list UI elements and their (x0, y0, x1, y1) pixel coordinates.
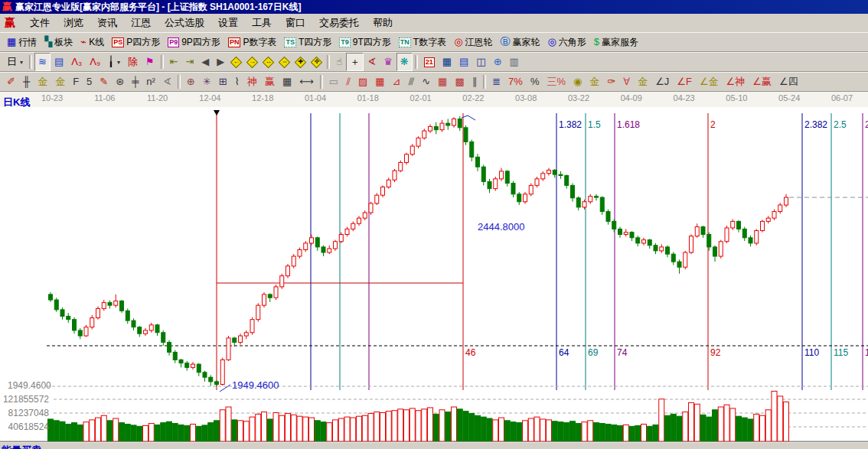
candle[interactable] (636, 238, 640, 243)
menu-item-4[interactable]: 公式选股 (158, 15, 211, 31)
volume-bar[interactable] (416, 411, 421, 441)
volume-bar[interactable] (226, 407, 231, 441)
chart-area[interactable]: 2444.8000 1949.4600 2030.1922 1949.4600 … (0, 107, 868, 441)
fan-box-tool-button[interactable]: ▦ (371, 73, 388, 91)
candle[interactable] (339, 235, 343, 242)
candle[interactable] (505, 171, 509, 184)
candle[interactable] (755, 231, 759, 243)
volume-bar[interactable] (77, 425, 83, 441)
volume-bar[interactable] (778, 396, 783, 441)
volume-bar[interactable] (689, 402, 694, 441)
candle[interactable] (785, 197, 788, 205)
volume-bar[interactable] (463, 412, 468, 441)
volume-bar[interactable] (178, 425, 184, 441)
angle-measure-button[interactable]: ∢ (364, 53, 380, 71)
calendar-button[interactable]: 21 (420, 53, 439, 71)
candle[interactable] (292, 256, 295, 266)
volume-bar[interactable] (647, 426, 652, 441)
av-lines-tool-button[interactable]: ∀ (619, 73, 634, 91)
volume-bar[interactable] (148, 424, 154, 441)
candle[interactable] (90, 318, 94, 327)
volume-bar[interactable] (599, 424, 605, 441)
h-expand-diamond-button[interactable]: ↔ (260, 53, 276, 71)
candle[interactable] (334, 242, 338, 249)
volume-bar[interactable] (220, 410, 225, 441)
volume-bar[interactable] (629, 426, 635, 441)
candle[interactable] (60, 310, 64, 317)
menu-item-2[interactable]: 资讯 (90, 15, 124, 31)
zoom-in-diamond-button[interactable]: ✜ (308, 53, 325, 71)
volume-bar[interactable] (452, 407, 457, 441)
volume-bar[interactable] (671, 414, 676, 441)
menu-item-0[interactable]: 文件 (23, 15, 57, 31)
volume-bar[interactable] (706, 417, 712, 441)
volume-bar[interactable] (250, 417, 255, 441)
candle[interactable] (582, 202, 586, 207)
volume-bar[interactable] (677, 416, 682, 441)
p-square-button[interactable]: PSP四方形 (108, 33, 164, 51)
god-angle-tool-button[interactable]: ∠神 (723, 73, 749, 91)
volume-bar[interactable] (90, 420, 95, 441)
volume-bar[interactable] (96, 418, 101, 441)
volume-bar[interactable] (338, 418, 344, 441)
candle[interactable] (737, 221, 741, 229)
candle[interactable] (600, 197, 604, 212)
volume-bar[interactable] (772, 391, 777, 441)
9p-square-button[interactable]: P99P四方形 (164, 33, 224, 51)
volume-bar[interactable] (641, 425, 647, 441)
candle[interactable] (589, 197, 592, 202)
candle[interactable] (49, 294, 53, 300)
volume-bar[interactable] (161, 423, 166, 441)
candle[interactable] (559, 174, 563, 175)
angle-fan-tool-button[interactable]: ⊿ (389, 73, 405, 91)
volume-bar[interactable] (392, 411, 397, 441)
volume-bar[interactable] (499, 418, 504, 441)
angle-a-tool-button[interactable]: ∢ (159, 73, 175, 91)
volume-bar[interactable] (172, 424, 178, 441)
volume-bar[interactable] (351, 418, 356, 441)
hand-drag-button[interactable]: ☝ (332, 53, 346, 71)
candle[interactable] (571, 185, 575, 197)
candle[interactable] (328, 249, 331, 252)
red-grid1-tool-button[interactable]: ▦ (434, 73, 451, 91)
four-angle-tool-button[interactable]: ∠四 (775, 73, 802, 91)
candle[interactable] (481, 167, 485, 181)
volume-bar[interactable] (564, 423, 569, 441)
volume-bar[interactable] (262, 412, 267, 441)
hexagon-button[interactable]: ◎六角形 (543, 33, 589, 51)
volume-bar[interactable] (428, 408, 433, 441)
bottom-pane-header[interactable]: 能量买卖 (0, 441, 868, 449)
gold-circle-tool-button[interactable]: ◉ (569, 73, 586, 91)
gann-grid-tool-button[interactable]: ╫ (19, 73, 34, 91)
candle[interactable] (719, 242, 723, 256)
gold-underline-tool-button[interactable]: 金 (634, 73, 651, 91)
candle[interactable] (369, 203, 373, 213)
volume-bar[interactable] (286, 413, 291, 441)
prev-button[interactable]: ◀ (197, 53, 213, 71)
volume-bar[interactable] (196, 426, 201, 441)
candle[interactable] (244, 333, 248, 336)
volume-bar[interactable] (357, 416, 362, 441)
print-button[interactable]: ▥ (506, 53, 523, 71)
marker-brush-tool-button[interactable]: ✎ (96, 73, 112, 91)
menu-item-9[interactable]: 帮助 (366, 15, 400, 31)
candle[interactable] (387, 180, 390, 187)
candle[interactable] (677, 262, 681, 267)
multi-line-tool-button[interactable]: ⫻ (404, 73, 418, 91)
menu-item-8[interactable]: 交易委托 (312, 15, 366, 31)
volume-bar[interactable] (208, 423, 214, 441)
calculator-button[interactable]: ▦ (439, 53, 455, 71)
red-grid2-tool-button[interactable]: ▩ (451, 73, 468, 91)
wave-w-tool-button[interactable]: ∿ (418, 73, 434, 91)
candle[interactable] (470, 142, 474, 157)
volume-bar[interactable] (612, 425, 617, 441)
volume-bar[interactable] (125, 425, 130, 441)
volume-bar[interactable] (576, 424, 581, 441)
volume-bar[interactable] (582, 422, 587, 441)
crosshair-button[interactable]: ＋ (346, 53, 364, 71)
candle[interactable] (96, 308, 100, 317)
win-grid-tool-button[interactable]: 赢 (261, 73, 279, 91)
volume-bar[interactable] (694, 404, 700, 441)
candle[interactable] (227, 338, 230, 360)
volume-bar[interactable] (368, 413, 374, 441)
